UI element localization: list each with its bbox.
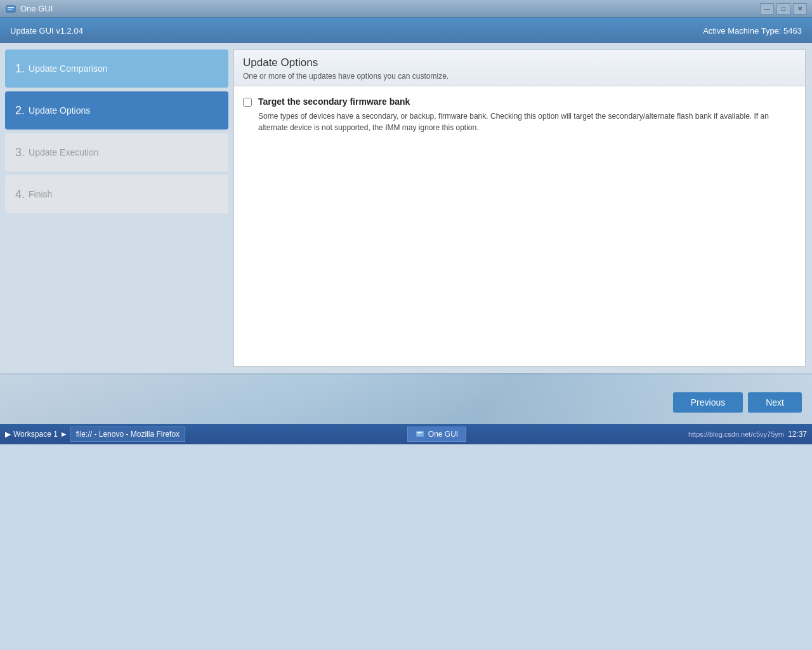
option-text: Target the secondary firmware bank Some … — [258, 96, 796, 133]
svg-rect-5 — [417, 434, 421, 434]
next-button[interactable]: Next — [748, 392, 802, 413]
window-controls: — □ ✕ — [760, 3, 807, 15]
svg-rect-2 — [8, 9, 12, 10]
sidebar-item-finish[interactable]: 4. Finish — [5, 175, 228, 213]
workspace-label: ▶ — [5, 430, 11, 439]
step-3-number: 3. — [15, 146, 25, 159]
workspace-text: Workspace 1 — [13, 430, 58, 439]
app-taskbar-button[interactable]: One GUI — [407, 427, 466, 442]
maximize-button[interactable]: □ — [776, 3, 790, 15]
content-panel: Update Options One or more of the update… — [233, 50, 806, 367]
step-1-number: 1. — [15, 62, 25, 76]
window-title: One GUI — [20, 4, 760, 13]
sidebar-item-update-execution[interactable]: 3. Update Execution — [5, 133, 228, 171]
page-subtitle: One or more of the updates have options … — [243, 72, 796, 81]
workspace-arrow: ► — [60, 430, 68, 439]
app-header: Update GUI v1.2.04 Active Machine Type: … — [0, 18, 812, 43]
secondary-bank-checkbox[interactable] — [243, 98, 252, 107]
taskbar: ▶ Workspace 1 ► file:// - Lenovo - Mozil… — [0, 424, 812, 444]
svg-rect-4 — [417, 432, 422, 434]
taskbar-right: https://blog.csdn.net/c5vy75ym 12:37 — [688, 430, 807, 439]
page-title: Update Options — [243, 56, 796, 69]
step-2-number: 2. — [15, 104, 25, 117]
close-button[interactable]: ✕ — [793, 3, 807, 15]
option-label[interactable]: Target the secondary firmware bank — [258, 96, 796, 107]
step-4-label: Finish — [29, 189, 52, 199]
step-2-label: Update Options — [29, 105, 90, 116]
titlebar: One GUI — □ ✕ — [0, 0, 812, 18]
app-icon — [5, 3, 16, 15]
svg-rect-1 — [8, 7, 14, 8]
browser-tab-text[interactable]: file:// - Lenovo - Mozilla Firefox — [70, 427, 185, 442]
machine-type: Active Machine Type: 5463 — [703, 26, 802, 36]
content-area: Update Options One or more of the update… — [233, 43, 812, 373]
footer: Previous Next — [0, 373, 812, 424]
navigation-buttons: Previous Next — [673, 392, 802, 413]
main-layout: 1. Update Comparison 2. Update Options 3… — [0, 43, 812, 373]
option-row: Target the secondary firmware bank Some … — [243, 96, 796, 133]
taskbar-time: 12:37 — [788, 430, 807, 439]
step-4-number: 4. — [15, 188, 25, 201]
step-1-label: Update Comparison — [29, 63, 108, 74]
minimize-button[interactable]: — — [760, 3, 774, 15]
taskbar-center: One GUI — [185, 427, 688, 442]
sidebar-item-update-options[interactable]: 2. Update Options — [5, 91, 228, 129]
app-version: Update GUI v1.2.04 — [10, 26, 83, 36]
taskbar-url: https://blog.csdn.net/c5vy75ym — [688, 430, 784, 438]
option-description: Some types of devices have a secondary, … — [258, 112, 769, 132]
content-body: Target the secondary firmware bank Some … — [234, 86, 805, 151]
previous-button[interactable]: Previous — [673, 392, 743, 413]
content-header: Update Options One or more of the update… — [234, 50, 805, 86]
sidebar-item-update-comparison[interactable]: 1. Update Comparison — [5, 50, 228, 88]
taskbar-left: ▶ Workspace 1 ► file:// - Lenovo - Mozil… — [5, 427, 185, 442]
app-taskbar-label: One GUI — [428, 430, 458, 439]
step-3-label: Update Execution — [29, 147, 99, 157]
sidebar: 1. Update Comparison 2. Update Options 3… — [0, 43, 233, 373]
